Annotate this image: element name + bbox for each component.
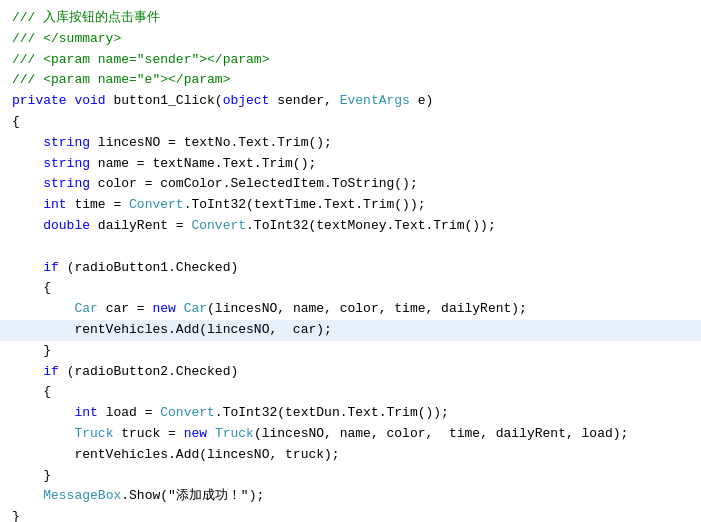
code-token: color = comColor.SelectedItem.ToString()… (90, 174, 418, 195)
code-token: rentVehi (12, 320, 137, 341)
code-line: } (0, 507, 701, 522)
code-token (12, 258, 43, 279)
code-token: Convert (191, 216, 246, 237)
code-token: (radioButton1.Checked) (59, 258, 238, 279)
code-token: truck = (113, 424, 183, 445)
code-token: .Add(lincesNO, car); (168, 320, 332, 341)
code-line: string color = comColor.SelectedItem.ToS… (0, 174, 701, 195)
code-token: dailyRent = (90, 216, 191, 237)
code-token: time = (67, 195, 129, 216)
code-token: .Show("添加成功！"); (121, 486, 264, 507)
code-token: button1_Click( (113, 91, 222, 112)
code-line: } (0, 341, 701, 362)
code-token: string (43, 174, 90, 195)
code-line: string name = textName.Text.Trim(); (0, 154, 701, 175)
code-token: } (12, 507, 20, 522)
code-line: rentVehicles.Add(lincesNO, truck); (0, 445, 701, 466)
code-token: Truck (74, 424, 113, 445)
code-token: new (152, 299, 175, 320)
code-line (0, 237, 701, 258)
code-token: Car (184, 299, 207, 320)
code-token: int (74, 403, 97, 424)
code-token: sender, (269, 91, 339, 112)
code-token (12, 174, 43, 195)
code-line: /// <param name="sender"></param> (0, 50, 701, 71)
code-token: void (74, 91, 113, 112)
code-token (12, 154, 43, 175)
code-line: } (0, 466, 701, 487)
code-token: (lincesNO, name, color, time, dailyRent)… (207, 299, 527, 320)
code-token: } (12, 466, 51, 487)
code-token (12, 299, 74, 320)
code-token: private (12, 91, 74, 112)
code-token: EventArgs (340, 91, 410, 112)
code-line: private void button1_Click(object sender… (0, 91, 701, 112)
code-line: /// </summary> (0, 29, 701, 50)
code-token: car = (98, 299, 153, 320)
code-token: /// <param name="e"></param> (12, 70, 230, 91)
code-token (12, 424, 74, 445)
code-token: 入库按钮的点击事件 (43, 8, 160, 29)
code-token: Convert (160, 403, 215, 424)
code-token: } (12, 341, 51, 362)
code-token: double (43, 216, 90, 237)
code-token: new (184, 424, 207, 445)
code-line: if (radioButton2.Checked) (0, 362, 701, 383)
code-line: int time = Convert.ToInt32(textTime.Text… (0, 195, 701, 216)
code-token: lincesNO = textNo.Text.Trim(); (90, 133, 332, 154)
code-token: Truck (215, 424, 254, 445)
code-token: MessageBox (43, 486, 121, 507)
code-token: e) (410, 91, 433, 112)
code-token: (lincesNO, name, color, time, dailyRent,… (254, 424, 628, 445)
code-token: string (43, 133, 90, 154)
code-token: .ToInt32(textMoney.Text.Trim()); (246, 216, 496, 237)
code-token: /// (12, 8, 43, 29)
code-line: { (0, 278, 701, 299)
code-token: { (12, 382, 51, 403)
code-token (176, 299, 184, 320)
code-line: MessageBox.Show("添加成功！"); (0, 486, 701, 507)
code-token: if (43, 362, 59, 383)
code-token: .ToInt32(textDun.Text.Trim()); (215, 403, 449, 424)
code-token: /// <param name="sender"></param> (12, 50, 269, 71)
code-line: /// <param name="e"></param> (0, 70, 701, 91)
code-token (12, 486, 43, 507)
code-token (12, 362, 43, 383)
code-token: /// </summary> (12, 29, 121, 50)
code-token (207, 424, 215, 445)
code-line: { (0, 112, 701, 133)
code-token: Car (74, 299, 97, 320)
code-token (12, 195, 43, 216)
code-token (12, 216, 43, 237)
code-line: int load = Convert.ToInt32(textDun.Text.… (0, 403, 701, 424)
code-token: int (43, 195, 66, 216)
code-token: load = (98, 403, 160, 424)
code-token: rentVehicles (12, 445, 168, 466)
code-line: /// 入库按钮的点击事件 (0, 8, 701, 29)
code-line: double dailyRent = Convert.ToInt32(textM… (0, 216, 701, 237)
code-editor: /// 入库按钮的点击事件/// </summary>/// <param na… (0, 0, 701, 522)
code-line: rentVehicles.Add(lincesNO, car); (0, 320, 701, 341)
code-token: cles (137, 320, 168, 341)
code-line: string lincesNO = textNo.Text.Trim(); (0, 133, 701, 154)
code-token: .Add(lincesNO, truck); (168, 445, 340, 466)
code-token: object (223, 91, 270, 112)
code-token: (radioButton2.Checked) (59, 362, 238, 383)
code-line: if (radioButton1.Checked) (0, 258, 701, 279)
code-token (12, 403, 74, 424)
code-token: .ToInt32(textTime.Text.Trim()); (184, 195, 426, 216)
code-line: Truck truck = new Truck(lincesNO, name, … (0, 424, 701, 445)
code-token: if (43, 258, 59, 279)
code-token: name = textName.Text.Trim(); (90, 154, 316, 175)
code-token (12, 133, 43, 154)
code-line: Car car = new Car(lincesNO, name, color,… (0, 299, 701, 320)
code-token: { (12, 278, 51, 299)
code-line: { (0, 382, 701, 403)
code-token: string (43, 154, 90, 175)
code-token: Convert (129, 195, 184, 216)
code-token: { (12, 112, 20, 133)
